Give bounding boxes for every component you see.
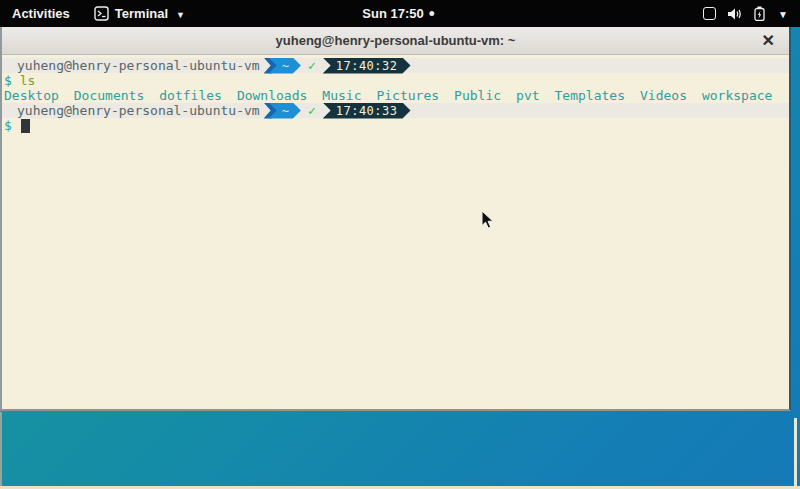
prompt-user: yuheng@henry-personal-ubuntu-vm: [4, 58, 260, 73]
close-icon[interactable]: ✕: [762, 33, 775, 49]
app-menu-label: Terminal: [115, 6, 168, 21]
clock-label: Sun 17:50: [362, 6, 423, 21]
prompt-time: 17:40:33: [323, 103, 411, 119]
desktop: Activities Terminal ▼ Sun 17:50: [0, 0, 800, 489]
activities-button[interactable]: Activities: [0, 0, 82, 27]
app-menu-button[interactable]: Terminal ▼: [82, 0, 197, 27]
top-bar: Activities Terminal ▼ Sun 17:50: [0, 0, 800, 27]
command-line-1: $ ls: [2, 73, 789, 88]
activities-label: Activities: [12, 6, 70, 21]
background-window-edge-right: [794, 418, 797, 489]
command-text: ls: [20, 73, 36, 88]
prompt-symbol: $: [4, 73, 12, 88]
directory-item: pvt: [516, 88, 539, 103]
terminal-icon: [94, 6, 109, 21]
battery-charging-icon: [754, 6, 765, 21]
chevron-down-icon: ▼: [778, 9, 788, 20]
terminal-content[interactable]: yuheng@henry-personal-ubuntu-vm ~ ✓ 17:4…: [2, 55, 789, 409]
notification-dot-icon: [430, 11, 435, 16]
directory-item: workspace: [702, 88, 772, 103]
prompt-time: 17:40:32: [323, 58, 411, 74]
directory-item: dotfiles: [159, 88, 222, 103]
system-tray-button[interactable]: ▼: [697, 0, 794, 27]
prompt-symbol: $: [4, 118, 12, 133]
directory-item: Videos: [640, 88, 687, 103]
directory-item: Templates: [555, 88, 625, 103]
command-line-2: $: [2, 118, 789, 133]
mouse-cursor-icon: [481, 210, 494, 229]
directory-item: Desktop: [4, 88, 59, 103]
window-titlebar[interactable]: yuheng@henry-personal-ubuntu-vm: ~ ✕: [2, 27, 789, 55]
status-check-icon: ✓: [301, 58, 323, 73]
directory-item: Pictures: [376, 88, 439, 103]
directory-item: Music: [322, 88, 361, 103]
directory-item: Public: [454, 88, 501, 103]
powerline-segments: ~ ✓ 17:40:33: [264, 103, 411, 119]
background-window-edge-left: [0, 412, 2, 489]
status-check-icon: ✓: [301, 103, 323, 118]
chevron-down-icon: ▼: [176, 10, 185, 20]
prompt-line-1: yuheng@henry-personal-ubuntu-vm ~ ✓ 17:4…: [2, 58, 789, 73]
ls-output-line: DesktopDocumentsdotfilesDownloadsMusicPi…: [2, 88, 789, 103]
directory-item: Documents: [74, 88, 144, 103]
screen-icon: [703, 7, 716, 20]
directory-item: Downloads: [237, 88, 307, 103]
volume-icon: [727, 7, 743, 21]
clock-button[interactable]: Sun 17:50: [362, 0, 434, 27]
terminal-cursor: [21, 119, 30, 133]
window-title: yuheng@henry-personal-ubuntu-vm: ~: [276, 33, 516, 48]
prompt-line-2: yuheng@henry-personal-ubuntu-vm ~ ✓ 17:4…: [2, 103, 789, 118]
prompt-user: yuheng@henry-personal-ubuntu-vm: [4, 103, 260, 118]
terminal-window: yuheng@henry-personal-ubuntu-vm: ~ ✕ yuh…: [0, 27, 791, 411]
powerline-segments: ~ ✓ 17:40:32: [264, 58, 411, 74]
